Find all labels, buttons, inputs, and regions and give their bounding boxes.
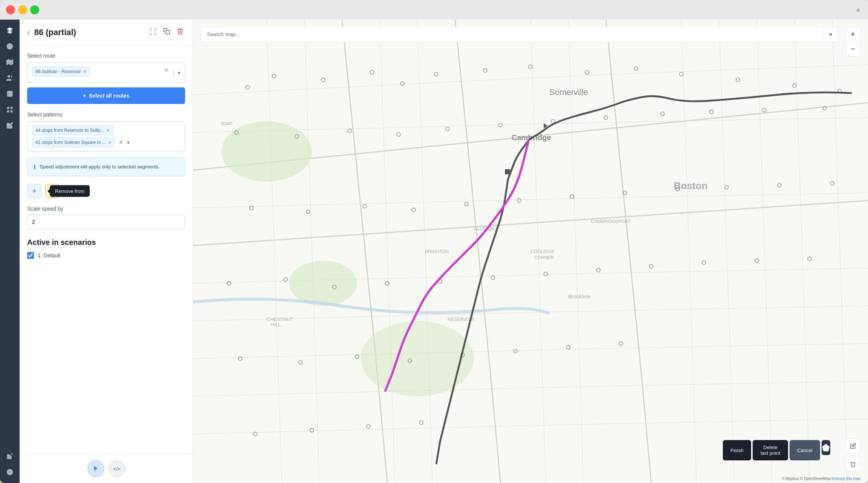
delete-button[interactable]: [175, 26, 185, 38]
patterns-box: 44 stops from Reservoir to Sulliv... × 4…: [27, 121, 185, 151]
panel-header: ‹ 86 (partial) ⛶: [20, 20, 193, 45]
map-search-input[interactable]: [201, 26, 824, 42]
side-panel: ‹ 86 (partial) ⛶ Select route: [20, 20, 193, 483]
back-button[interactable]: ‹: [27, 28, 30, 37]
expand-button[interactable]: ⛶: [148, 26, 158, 38]
app-window: +: [0, 0, 868, 483]
sidebar-item-chart[interactable]: [3, 134, 17, 148]
zoom-out-button[interactable]: −: [845, 41, 860, 57]
improve-map-link[interactable]: Improve this map: [831, 477, 860, 481]
pattern-tag-1: 44 stops from Reservoir to Sulliv... ×: [32, 125, 113, 135]
action-bar: + − Remove from: [27, 184, 185, 198]
close-button[interactable]: [6, 5, 15, 14]
icon-sidebar: [0, 20, 20, 483]
map-area[interactable]: Somerville Cambridge Boston town ALLSTON…: [193, 20, 868, 483]
bottom-toolbar: </>: [20, 454, 193, 483]
svg-rect-9: [11, 110, 13, 113]
pentagon-button[interactable]: [822, 440, 830, 455]
panel-actions: ⛶: [148, 26, 185, 38]
sidebar-item-grid[interactable]: [3, 102, 17, 117]
finish-button[interactable]: Finish: [723, 440, 751, 460]
svg-text:COOLIDGE: COOLIDGE: [531, 249, 554, 254]
pattern-tag-1-text: 44 stops from Reservoir to Sulliv...: [35, 128, 104, 133]
svg-text:Boston: Boston: [674, 180, 708, 191]
pattern-row: 44 stops from Reservoir to Sulliv... ×: [32, 125, 180, 135]
sidebar-item-share[interactable]: [3, 449, 17, 463]
zoom-in-button[interactable]: +: [845, 26, 860, 41]
svg-point-26: [289, 261, 357, 306]
code-tool-button[interactable]: </>: [109, 460, 125, 477]
svg-text:Somerville: Somerville: [549, 87, 588, 97]
map-background: Somerville Cambridge Boston town ALLSTON…: [193, 20, 868, 483]
route-select-clear[interactable]: ×: [163, 67, 169, 73]
new-tab-button[interactable]: +: [856, 5, 860, 15]
map-bottom-controls: Finish Delete last point Cancel: [845, 439, 860, 472]
finish-bar: Finish Delete last point Cancel: [723, 440, 830, 460]
route-select-arrow[interactable]: ▾: [178, 70, 180, 76]
info-box: ℹ Speed adjustment will apply only to se…: [27, 157, 185, 176]
map-delete-button[interactable]: [845, 457, 860, 472]
scale-speed-input[interactable]: [27, 215, 185, 229]
info-text: Speed adjustment will apply only to sele…: [40, 163, 160, 171]
sidebar-item-help[interactable]: [3, 465, 17, 479]
maximize-button[interactable]: [30, 5, 39, 14]
route-section-label: Select route: [27, 53, 185, 59]
svg-text:town: town: [221, 120, 233, 126]
map-edit-button[interactable]: [845, 439, 860, 454]
sidebar-item-map[interactable]: [3, 55, 17, 69]
add-button[interactable]: +: [27, 184, 41, 198]
route-tag-remove[interactable]: ×: [83, 69, 86, 75]
sidebar-item-users[interactable]: [3, 71, 17, 85]
tooltip: Remove from: [50, 185, 90, 197]
pattern-tag-2-remove[interactable]: ×: [108, 139, 111, 145]
pentagon-icon: [822, 444, 830, 451]
minimize-button[interactable]: [18, 5, 27, 14]
map-search-bar: ▾: [201, 26, 838, 42]
svg-rect-7: [7, 107, 9, 109]
select-all-routes-button[interactable]: + Select all routes: [27, 87, 185, 104]
active-scenarios-label: Active in scenarios: [27, 238, 185, 247]
svg-marker-2: [6, 59, 13, 66]
svg-rect-104: [505, 169, 510, 174]
titlebar: +: [0, 0, 868, 20]
svg-point-25: [221, 121, 312, 182]
pattern-clear[interactable]: ×: [118, 139, 124, 146]
scenario-checkbox[interactable]: [27, 252, 34, 259]
svg-point-27: [361, 321, 474, 396]
app-body: ‹ 86 (partial) ⛶ Select route: [0, 20, 868, 483]
pattern-tag-1-remove[interactable]: ×: [106, 127, 109, 133]
svg-text:BRIGHTON: BRIGHTON: [425, 249, 449, 254]
svg-point-5: [8, 75, 10, 78]
pattern-tag-2: 41 stops from Sullivan Square to ... ×: [32, 138, 115, 147]
scenario-row: 1. Default: [27, 252, 185, 259]
sidebar-item-list[interactable]: [3, 150, 17, 164]
cancel-button[interactable]: Cancel: [790, 440, 820, 460]
map-attribution: © Mapbox © OpenStreetMap Improve this ma…: [782, 477, 860, 481]
info-icon: ℹ: [34, 164, 36, 171]
sidebar-item-globe[interactable]: [3, 39, 17, 53]
sidebar-item-database[interactable]: [3, 87, 17, 101]
divider: |: [173, 69, 175, 77]
panel-content: Select route 86 Sullivan - Reservoir × ×…: [20, 45, 193, 454]
sidebar-item-edit[interactable]: [3, 118, 17, 133]
svg-text:CAMBRIDGEPORT: CAMBRIDGEPORT: [591, 219, 631, 224]
copy-button[interactable]: [162, 26, 172, 38]
pattern-row-2: 41 stops from Sullivan Square to ... × ×…: [32, 138, 180, 147]
svg-text:CORNER: CORNER: [534, 255, 554, 260]
sidebar-item-layers[interactable]: [3, 23, 17, 38]
route-select-box[interactable]: 86 Sullivan - Reservoir × × | ▾: [27, 63, 185, 83]
scenario-label: 1. Default: [38, 252, 60, 258]
svg-text:CHESTNUT: CHESTNUT: [267, 316, 293, 322]
route-tag-text: 86 Sullivan - Reservoir: [35, 69, 81, 74]
delete-last-point-button[interactable]: Delete last point: [753, 440, 788, 460]
svg-text:Brookline: Brookline: [568, 293, 590, 300]
select-all-icon: +: [83, 93, 86, 99]
page-title: 86 (partial): [34, 28, 144, 37]
map-search-dropdown[interactable]: ▾: [824, 26, 838, 42]
cursor-tool-button[interactable]: [87, 460, 104, 477]
svg-rect-10: [7, 110, 9, 113]
select-all-label: Select all routes: [89, 93, 129, 99]
pattern-arrow[interactable]: ▾: [127, 139, 130, 145]
route-tag: 86 Sullivan - Reservoir ×: [32, 67, 90, 76]
attribution-text: © Mapbox © OpenStreetMap: [782, 477, 831, 481]
